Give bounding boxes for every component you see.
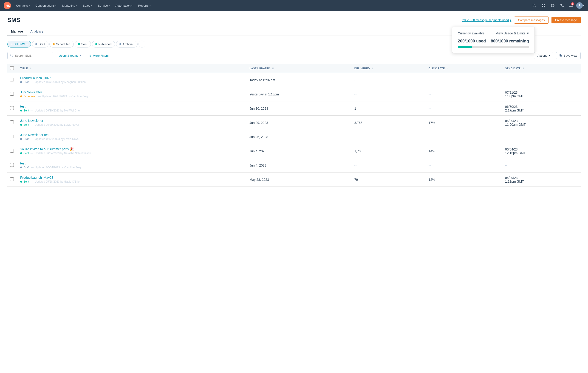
- send-date-value: 06/29/23 11:00am GMT: [505, 119, 525, 126]
- meta-separator: —: [31, 137, 33, 141]
- send-date-value: --: [505, 163, 507, 167]
- table-row: You're invited to our summer party 🎉 Sen…: [7, 144, 581, 158]
- nav-contacts[interactable]: Contacts ▾: [14, 2, 32, 9]
- message-meta: Sent — Updated 05/28/2023 by Gayle O'Bri…: [20, 180, 244, 183]
- last-updated-value: Jun 26, 2023: [250, 135, 268, 139]
- meta-updated: Updated 06/04/2023 by Caroline Seig: [35, 166, 81, 169]
- row-checkbox[interactable]: [10, 92, 14, 96]
- filter-archived[interactable]: Archived: [116, 41, 138, 48]
- view-usage-link[interactable]: View Usage & Limits ↗: [496, 31, 529, 35]
- users-teams-filter[interactable]: Users & teams ▾: [56, 52, 84, 59]
- status-dot: [20, 95, 22, 97]
- message-title-link[interactable]: July Newsletter: [20, 90, 42, 94]
- row-checkbox[interactable]: [10, 135, 14, 138]
- row-checkbox[interactable]: [10, 163, 14, 167]
- usage-dropdown: Currently available View Usage & Limits …: [452, 27, 535, 53]
- message-meta: Scheduled — Updated 07/25/2023 by Caroli…: [20, 95, 244, 98]
- nav-sales[interactable]: Sales ▾: [81, 2, 95, 9]
- usage-dropdown-header: Currently available View Usage & Limits …: [458, 31, 529, 35]
- message-title-link[interactable]: ProductLaunch_May28: [20, 176, 53, 179]
- avatar-chevron: ▾: [583, 4, 584, 7]
- delivered-column-header[interactable]: DELIVERED ⇅: [352, 64, 426, 73]
- row-click-rate-cell: --: [426, 130, 502, 144]
- compare-messages-button[interactable]: Compare messages: [514, 17, 548, 24]
- meta-separator: —: [31, 81, 33, 84]
- message-meta: Draft — Updated 06/04/2023 by Caroline S…: [20, 166, 244, 169]
- nav-conversations[interactable]: Conversations ▾: [33, 2, 59, 9]
- row-checkbox[interactable]: [10, 106, 14, 110]
- hubspot-logo[interactable]: HS: [4, 2, 11, 9]
- marketplace-button[interactable]: [539, 1, 547, 10]
- status-dot-archived: [119, 43, 121, 45]
- row-checkbox[interactable]: [10, 149, 14, 152]
- save-view-button[interactable]: Save view: [556, 52, 581, 59]
- table-row: ProductLaunch_Jul26 Draft — Updated 07/2…: [7, 73, 581, 87]
- filter-sent[interactable]: Sent: [75, 41, 91, 48]
- more-filters-button[interactable]: ⇅ More Filters: [86, 52, 111, 59]
- row-last-updated-cell: Jun 4, 2023: [247, 144, 351, 158]
- actions-button[interactable]: Actions ▾: [534, 52, 553, 59]
- message-meta: Draft — Updated 07/26/2023 by Meaghan O'…: [20, 81, 244, 84]
- filter-draft[interactable]: Draft: [32, 41, 48, 48]
- status-dot-scheduled: [53, 43, 55, 45]
- table-row: ProductLaunch_May28 Sent — Updated 05/28…: [7, 172, 581, 187]
- status-label: Scheduled: [23, 95, 37, 98]
- message-title-link[interactable]: ProductLaunch_Jul26: [20, 76, 51, 80]
- row-checkbox[interactable]: [10, 177, 14, 181]
- row-last-updated-cell: Today at 12:37pm: [247, 73, 351, 87]
- search-button[interactable]: [530, 1, 538, 10]
- sort-icon: ⇅: [447, 67, 449, 70]
- click-rate-column-header[interactable]: CLICK RATE ⇅: [426, 64, 502, 73]
- message-title-link[interactable]: test: [20, 161, 25, 165]
- usage-remaining: 800/1000 remaining: [491, 39, 529, 44]
- status-dot: [20, 167, 22, 168]
- send-date-column-header[interactable]: SEND DATE ⇅: [502, 64, 581, 73]
- message-title-link[interactable]: You're invited to our summer party 🎉: [20, 147, 74, 151]
- last-updated-value: Yesterday at 1:13pm: [250, 92, 279, 96]
- search-box[interactable]: [7, 52, 53, 59]
- notifications-button[interactable]: 1: [567, 1, 575, 10]
- calls-button[interactable]: [558, 1, 566, 10]
- nav-service[interactable]: Service ▾: [95, 2, 112, 9]
- click-rate-value: 14%: [429, 149, 435, 153]
- meta-updated: Updated 07/25/2023 by Caroline Seig: [42, 95, 88, 98]
- meta-updated: Updated 06/26/2023 by Lewis Royal: [35, 137, 79, 141]
- search-input[interactable]: [15, 54, 51, 57]
- svg-text:HS: HS: [6, 4, 10, 8]
- row-delivered-cell: --: [352, 130, 426, 144]
- create-message-button[interactable]: Create message: [551, 17, 581, 23]
- filter-published[interactable]: Published: [92, 41, 115, 48]
- status-label: Sent: [23, 123, 29, 126]
- row-title-cell: You're invited to our summer party 🎉 Sen…: [17, 144, 247, 158]
- tab-analytics[interactable]: Analytics: [27, 27, 47, 36]
- row-checkbox[interactable]: [10, 121, 14, 124]
- message-title-link[interactable]: June Newsletter test: [20, 133, 49, 137]
- avatar-button[interactable]: ▾: [576, 1, 584, 10]
- nav-automation[interactable]: Automation ▾: [113, 2, 135, 9]
- row-delivered-cell: 3,785: [352, 116, 426, 130]
- message-title-link[interactable]: test: [20, 105, 25, 108]
- row-checkbox[interactable]: [10, 78, 14, 81]
- chevron-down-icon: ▾: [109, 4, 110, 7]
- page-header: SMS 200/1000 message segments used ▾ Com…: [7, 17, 581, 24]
- nav-marketing[interactable]: Marketing ▾: [60, 2, 79, 9]
- status-label: Sent: [23, 180, 29, 183]
- chevron-down-icon: ▾: [131, 4, 133, 7]
- delivered-value: --: [354, 92, 357, 96]
- filter-all-sms[interactable]: ✦ All SMS ▾: [7, 41, 31, 48]
- message-title-link[interactable]: June Newsletter: [20, 119, 43, 122]
- nav-reports[interactable]: Reports ▾: [136, 2, 153, 9]
- select-all-checkbox[interactable]: [10, 66, 14, 70]
- filter-scheduled[interactable]: Scheduled: [49, 41, 74, 48]
- tab-manage[interactable]: Manage: [7, 27, 27, 36]
- title-column-header[interactable]: TITLE ⇅: [17, 64, 247, 73]
- usage-link[interactable]: 200/1000 message segments used ▾: [462, 18, 511, 22]
- row-send-date-cell: --: [502, 158, 581, 172]
- status-label: Draft: [23, 81, 29, 84]
- row-title-cell: test Sent — Updated 06/30/2023 by Mei We…: [17, 101, 247, 116]
- last-updated-column-header[interactable]: LAST UPDATED ⇅: [247, 64, 351, 73]
- settings-button[interactable]: [548, 1, 557, 10]
- row-click-rate-cell: --: [426, 101, 502, 116]
- table-row: test Draft — Updated 06/04/2023 by Carol…: [7, 158, 581, 172]
- add-filter-tab-button[interactable]: +: [138, 40, 145, 48]
